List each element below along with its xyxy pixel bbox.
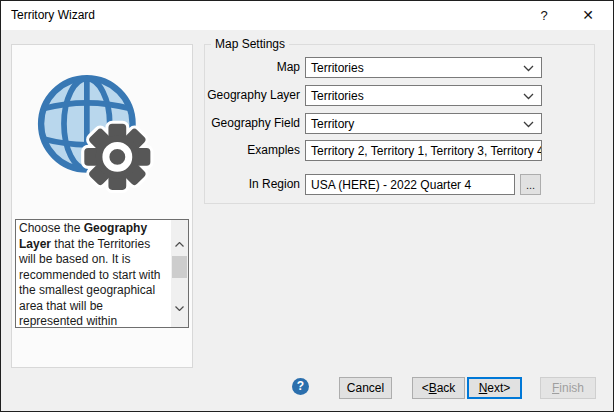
examples-field[interactable]: Territory 2, Territory 1, Territory 3, T… <box>305 140 542 161</box>
help-scrollbar[interactable] <box>171 220 188 327</box>
territory-wizard-dialog: Territory Wizard ? ✕ <box>0 0 614 412</box>
wizard-graphic-panel: Choose the Geography Layer that the Terr… <box>11 44 193 368</box>
geography-field-combobox[interactable]: Territory <box>305 113 542 134</box>
examples-value: Territory 2, Territory 1, Territory 3, T… <box>311 144 542 158</box>
map-row: Map Territories <box>205 57 594 78</box>
in-region-row: In Region USA (HERE) - 2022 Quarter 4 ..… <box>205 174 594 195</box>
map-combobox[interactable]: Territories <box>305 57 542 78</box>
map-settings-group: Map Settings Map Territories Geography L… <box>204 44 595 204</box>
finish-label-post: inish <box>559 381 584 395</box>
examples-row: Examples Territory 2, Territory 1, Terri… <box>205 140 594 161</box>
cancel-button[interactable]: Cancel <box>339 377 392 399</box>
next-label-post: ext> <box>487 381 510 395</box>
chevron-down-icon <box>523 65 534 72</box>
chevron-down-icon <box>523 93 534 100</box>
geography-layer-row: Geography Layer Territories <box>205 85 594 106</box>
in-region-field[interactable]: USA (HERE) - 2022 Quarter 4 <box>305 174 515 195</box>
next-button[interactable]: Next> <box>467 377 522 399</box>
window-title: Territory Wizard <box>11 1 95 30</box>
examples-label: Examples <box>205 140 300 161</box>
wizard-help-text-box: Choose the Geography Layer that the Terr… <box>15 219 189 328</box>
map-value: Territories <box>311 61 364 75</box>
geography-layer-value: Territories <box>311 89 364 103</box>
geography-field-label: Geography Field <box>205 113 300 134</box>
back-button[interactable]: <Back <box>412 377 465 399</box>
chevron-down-icon <box>523 121 534 128</box>
scrollbar-thumb[interactable] <box>172 256 187 278</box>
finish-button: Finish <box>540 377 596 399</box>
titlebar-help-button[interactable]: ? <box>527 1 561 30</box>
geography-field-value: Territory <box>311 117 354 131</box>
chevron-down-icon <box>175 306 184 311</box>
in-region-label: In Region <box>205 174 300 195</box>
geography-layer-label: Geography Layer <box>205 85 300 106</box>
scroll-up-button[interactable] <box>171 236 188 253</box>
in-region-value: USA (HERE) - 2022 Quarter 4 <box>311 178 471 192</box>
geography-field-row: Geography Field Territory <box>205 113 594 134</box>
geography-layer-combobox[interactable]: Territories <box>305 85 542 106</box>
scroll-down-button[interactable] <box>171 300 188 317</box>
help-text-pre: Choose the <box>19 221 84 235</box>
browse-region-button[interactable]: ... <box>520 174 541 195</box>
cancel-label: Cancel <box>347 381 384 395</box>
titlebar-close-button[interactable]: ✕ <box>571 1 605 30</box>
back-label-pre: < <box>422 381 429 395</box>
help-button[interactable]: ? <box>292 378 309 395</box>
titlebar[interactable]: Territory Wizard ? ✕ <box>1 1 613 30</box>
map-settings-legend: Map Settings <box>211 37 289 51</box>
map-label: Map <box>205 57 300 78</box>
globe-gear-icon <box>36 73 158 195</box>
wizard-help-text: Choose the Geography Layer that the Terr… <box>19 221 169 328</box>
back-label-mnemonic: B <box>429 381 437 395</box>
chevron-up-icon <box>175 242 184 247</box>
back-label-post: ack <box>437 381 456 395</box>
